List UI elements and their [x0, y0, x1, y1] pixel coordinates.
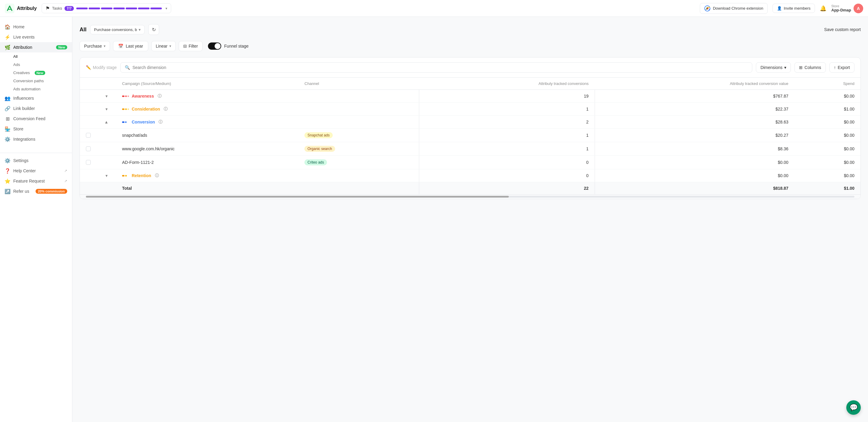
td-sub1-conversions[interactable]: 1 — [419, 129, 595, 142]
td-awareness-spend: $0.00 — [795, 90, 861, 103]
sub3-checkbox[interactable] — [86, 160, 91, 165]
sidebar-item-settings[interactable]: ⚙️ Settings — [0, 155, 72, 166]
date-filter-dropdown[interactable]: 📅 Last year — [113, 41, 148, 51]
td-awareness-conversions: 19 — [419, 90, 595, 103]
tasks-area[interactable]: ⚑ Tasks 7/7 ▾ — [41, 3, 171, 13]
sidebar-refer-label: Refer us — [13, 189, 29, 194]
all-sub-label: All — [13, 54, 18, 59]
td-sub3-conversions[interactable]: 0 — [419, 156, 595, 169]
conversion-expand-button[interactable]: ▲ — [103, 120, 110, 124]
retention-label: Retention — [132, 173, 151, 178]
invite-members-button[interactable]: 👤 Invite members — [772, 4, 815, 13]
td-awareness-name: Awareness ⓘ — [116, 90, 299, 103]
sidebar-sub-item-ads[interactable]: Ads — [0, 61, 72, 69]
logo[interactable]: Attribuly — [5, 4, 37, 13]
table-toolbar: ✏️ Modify stage 🔍 Dimensions ▾ ⊞ Columns — [80, 58, 861, 78]
refresh-button[interactable]: ↻ — [148, 24, 159, 35]
td-sub2-conversions[interactable]: 1 — [419, 142, 595, 156]
sidebar-item-store[interactable]: 🏪 Store — [0, 124, 72, 134]
attribution-filter-label: Linear — [156, 44, 167, 48]
sidebar-sub-item-creatives[interactable]: Creatives New — [0, 69, 72, 77]
notifications-button[interactable]: 🔔 — [820, 5, 827, 12]
main-layout: 🏠 Home ⚡ Live events 🌿 Attribution New A… — [0, 17, 868, 422]
report-select-dropdown[interactable]: Purchase conversions, b ▾ — [90, 25, 145, 34]
td-retention-name: Retention ⓘ — [116, 169, 299, 182]
influencers-icon: 👥 — [5, 96, 10, 101]
td-consideration-checkbox — [80, 103, 97, 116]
retention-info-icon[interactable]: ⓘ — [155, 173, 159, 178]
sidebar-sub-item-all[interactable]: All — [0, 53, 72, 61]
sidebar-item-conversion-feed[interactable]: ⊞ Conversion Feed — [0, 113, 72, 124]
settings-icon: ⚙️ — [5, 158, 10, 163]
ads-sub-label: Ads — [13, 62, 20, 67]
sub-row-criteo: AD-Form-1121-2 Criteo ads 0 $0.00 $0.00 — [80, 156, 861, 169]
td-sub2-checkbox[interactable] — [80, 142, 97, 156]
awareness-label: Awareness — [132, 94, 154, 98]
td-awareness-conv-value: $767.87 — [595, 90, 795, 103]
help-icon: ❓ — [5, 168, 10, 173]
td-sub3-checkbox[interactable] — [80, 156, 97, 169]
td-retention-expand[interactable]: ▾ — [97, 169, 116, 182]
td-sub2-expand — [97, 142, 116, 156]
store-icon: 🏪 — [5, 126, 10, 132]
chrome-extension-button[interactable]: Download Chrome extension — [700, 3, 768, 14]
awareness-info-icon[interactable]: ⓘ — [158, 93, 161, 99]
sub1-checkbox[interactable] — [86, 133, 91, 138]
sidebar-item-live-events[interactable]: ⚡ Live events — [0, 32, 72, 42]
modify-stage-button[interactable]: ✏️ Modify stage — [86, 65, 117, 70]
retention-stage-icon — [122, 173, 129, 178]
sidebar-item-influencers[interactable]: 👥 Influencers — [0, 93, 72, 103]
store-name: App-Dmap — [831, 8, 851, 12]
conversion-filter-dropdown[interactable]: Purchase ▾ — [80, 41, 110, 51]
conv-paths-sub-label: Conversion paths — [13, 78, 44, 83]
td-consideration-expand[interactable]: ▾ — [97, 103, 116, 116]
table-scrollbar[interactable] — [80, 194, 861, 199]
td-conversion-name: Conversion ⓘ — [116, 116, 299, 129]
avatar[interactable]: A — [854, 4, 863, 13]
refer-icon: ↗️ — [5, 189, 10, 194]
export-button[interactable]: ↑ Export — [830, 62, 855, 73]
creatives-sub-label: Creatives — [13, 70, 30, 75]
filter-button[interactable]: ⊟ Filter — [179, 41, 203, 51]
sub2-checkbox[interactable] — [86, 147, 91, 151]
consideration-info-icon[interactable]: ⓘ — [164, 106, 167, 112]
sidebar: 🏠 Home ⚡ Live events 🌿 Attribution New A… — [0, 17, 72, 422]
td-consideration-conversions: 1 — [419, 103, 595, 116]
td-retention-channel — [299, 169, 418, 182]
sidebar-sub-item-ads-automation[interactable]: Ads automation — [0, 85, 72, 93]
save-custom-report-button[interactable]: Save custom report — [824, 27, 861, 32]
tasks-badge: 7/7 — [64, 6, 74, 11]
sidebar-item-refer-us[interactable]: ↗️ Refer us 20% commission — [0, 186, 72, 196]
sidebar-item-attribution[interactable]: 🌿 Attribution New — [0, 42, 72, 53]
modify-stage-label: Modify stage — [93, 65, 117, 70]
sidebar-sub-item-conversion-paths[interactable]: Conversion paths — [0, 77, 72, 85]
consideration-expand-button[interactable]: ▾ — [103, 107, 110, 111]
funnel-stage-toggle[interactable] — [208, 42, 221, 50]
sidebar-item-integrations[interactable]: ⚙️ Integrations — [0, 134, 72, 144]
sidebar-item-feature-request[interactable]: ⭐ Feature Request ↗ — [0, 176, 72, 186]
search-input[interactable] — [132, 65, 748, 70]
sidebar-store-label: Store — [13, 127, 23, 131]
dimensions-button[interactable]: Dimensions ▾ — [756, 62, 791, 73]
sidebar-item-link-builder[interactable]: 🔗 Link builder — [0, 103, 72, 113]
attribution-filter-arrow: ▾ — [169, 44, 171, 48]
td-awareness-expand[interactable]: ▾ — [97, 90, 116, 103]
td-conversion-channel — [299, 116, 418, 129]
integrations-icon: ⚙️ — [5, 136, 10, 142]
td-total-channel — [299, 182, 418, 195]
chat-bubble-button[interactable]: 💬 — [846, 400, 861, 415]
sidebar-item-home[interactable]: 🏠 Home — [0, 22, 72, 32]
table-scroll-area[interactable]: Campaign (Source/Medium) Channel Attribu… — [80, 78, 861, 194]
td-conversion-expand[interactable]: ▲ — [97, 116, 116, 129]
live-events-icon: ⚡ — [5, 34, 10, 40]
columns-button[interactable]: ⊞ Columns — [795, 62, 826, 73]
conversion-info-icon[interactable]: ⓘ — [158, 119, 162, 125]
td-sub3-campaign: AD-Form-1121-2 — [116, 156, 299, 169]
conversion-stage-icon — [122, 120, 129, 124]
sidebar-item-help-center[interactable]: ❓ Help Center ↗ — [0, 166, 72, 176]
attribution-filter-dropdown[interactable]: Linear ▾ — [151, 41, 176, 51]
retention-expand-button[interactable]: ▾ — [103, 173, 110, 178]
td-sub1-checkbox[interactable] — [80, 129, 97, 142]
awareness-expand-button[interactable]: ▾ — [103, 94, 110, 98]
funnel-stage-label: Funnel stage — [224, 44, 249, 48]
